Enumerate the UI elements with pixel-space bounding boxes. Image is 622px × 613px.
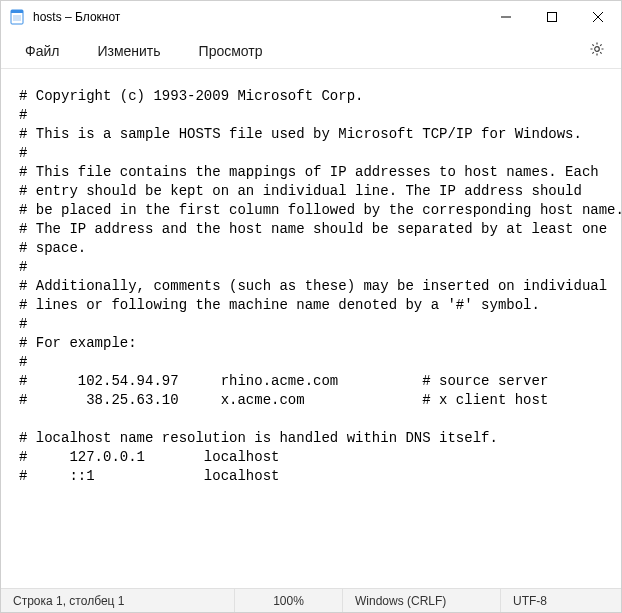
close-button[interactable] — [575, 1, 621, 33]
status-encoding: UTF-8 — [501, 589, 621, 612]
svg-rect-6 — [548, 13, 557, 22]
status-caret-position: Строка 1, столбец 1 — [1, 589, 235, 612]
maximize-button[interactable] — [529, 1, 575, 33]
svg-point-9 — [595, 47, 600, 52]
statusbar: Строка 1, столбец 1 100% Windows (CRLF) … — [1, 588, 621, 612]
window-controls — [483, 1, 621, 33]
gear-icon — [589, 41, 605, 60]
titlebar: hosts – Блокнот — [1, 1, 621, 33]
status-line-ending: Windows (CRLF) — [343, 589, 501, 612]
status-zoom[interactable]: 100% — [235, 589, 343, 612]
window-title: hosts – Блокнот — [33, 10, 120, 24]
settings-button[interactable] — [581, 35, 613, 67]
menu-item-file[interactable]: Файл — [15, 37, 69, 65]
notepad-icon — [9, 9, 25, 25]
menubar: Файл Изменить Просмотр — [1, 33, 621, 69]
window: hosts – Блокнот Файл Изменить Просмотр — [0, 0, 622, 613]
menu-item-edit[interactable]: Изменить — [87, 37, 170, 65]
menu-item-view[interactable]: Просмотр — [189, 37, 273, 65]
svg-rect-1 — [11, 10, 23, 13]
text-editor[interactable]: # Copyright (c) 1993-2009 Microsoft Corp… — [1, 69, 621, 588]
minimize-button[interactable] — [483, 1, 529, 33]
